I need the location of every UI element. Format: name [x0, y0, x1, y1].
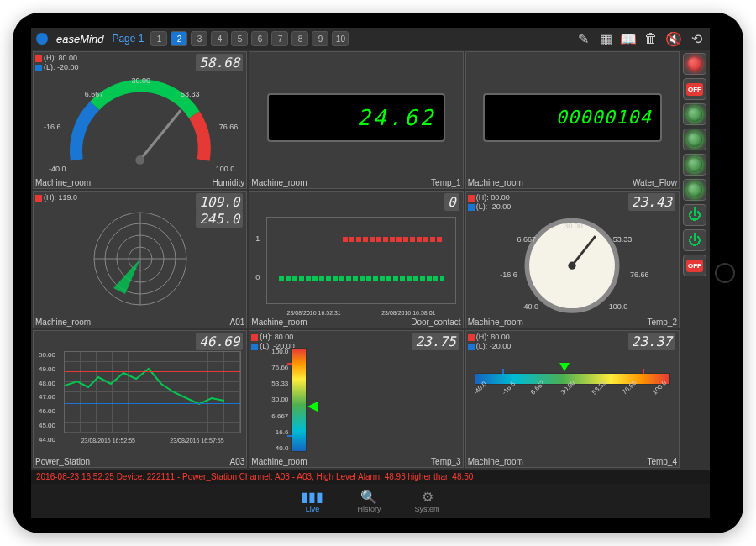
panel-a03-trend[interactable]: 46.69 50.0049.00 48.0047.00 46.0045.00 4…: [33, 330, 247, 468]
off-button-2[interactable]: OFF: [683, 255, 706, 276]
panel-channel: Humidity: [212, 178, 244, 187]
panel-temp3-vbar[interactable]: (H): 80.00 (L): -20.00 23.75 100.076.66 …: [249, 330, 463, 468]
status-dot: [36, 33, 48, 45]
grid-icon[interactable]: ▦: [597, 31, 614, 46]
segment-display: 24.62: [267, 93, 446, 142]
page-2[interactable]: 2: [171, 31, 187, 46]
panel-door-contact[interactable]: 0 1 0 23/08/2016 16:52:31 23/08/2016 16:…: [249, 191, 463, 328]
page-5[interactable]: 5: [231, 31, 248, 46]
panel-temp2-gauge[interactable]: (H): 80.00 (L): -20.00 23.43 -40.0 -16.6…: [465, 191, 680, 328]
app-logo: easeMind: [56, 33, 103, 45]
status-led-3[interactable]: [683, 154, 706, 176]
vertical-bar: [291, 348, 307, 452]
panel-humidity-gauge[interactable]: (H): 80.00 (L): -20.00 58.68 -40.0 -16.6…: [33, 51, 247, 189]
page-4[interactable]: 4: [211, 31, 228, 46]
home-button[interactable]: [715, 263, 735, 283]
svg-line-0: [140, 110, 181, 160]
status-led-2[interactable]: [683, 129, 706, 150]
refresh-icon[interactable]: ⟲: [688, 31, 705, 46]
nav-history[interactable]: 🔍History: [357, 489, 381, 513]
page-7[interactable]: 7: [271, 31, 288, 46]
page-10[interactable]: 10: [332, 31, 349, 46]
page-3[interactable]: 3: [191, 31, 207, 46]
panel-a01-radar[interactable]: (H): 119.0 109.0 245.0 Machine_roomA01: [33, 191, 247, 328]
bottom-nav: ▮▮▮Live 🔍History ⚙System: [31, 484, 710, 518]
hbar-marker: [559, 363, 570, 371]
off-button-1[interactable]: OFF: [683, 78, 706, 100]
right-sidebar: OFF ⏻ ⏻ OFF: [681, 51, 708, 468]
tablet-frame: easeMind Page 1 1 2 3 4 5 6 7 8 9 10 ✎ ▦…: [13, 13, 743, 533]
page-6[interactable]: 6: [251, 31, 268, 46]
panel-waterflow-counter[interactable]: 00000104 Machine_roomWater_Flow: [465, 51, 680, 189]
page-8[interactable]: 8: [291, 31, 308, 46]
content-area: (H): 80.00 (L): -20.00 58.68 -40.0 -16.6…: [31, 50, 710, 470]
svg-point-10: [569, 262, 576, 270]
gear-icon: ⚙: [422, 489, 433, 505]
power-button-1[interactable]: ⏻: [683, 204, 706, 226]
page-label[interactable]: Page 1: [112, 33, 144, 45]
screen: easeMind Page 1 1 2 3 4 5 6 7 8 9 10 ✎ ▦…: [31, 28, 710, 518]
counter-display: 00000104: [483, 93, 662, 142]
power-button-2[interactable]: ⏻: [683, 229, 706, 251]
top-bar: easeMind Page 1 1 2 3 4 5 6 7 8 9 10 ✎ ▦…: [31, 28, 710, 50]
alarm-led-button[interactable]: [683, 53, 706, 75]
status-led-1[interactable]: [683, 103, 706, 125]
alarm-ticker[interactable]: 2016-08-23 16:52:25 Device: 222111 - Pow…: [31, 470, 710, 484]
panel-temp1-display[interactable]: 24.62 Machine_roomTemp_1: [249, 51, 463, 189]
search-icon: 🔍: [360, 489, 377, 505]
panel-temp4-hbar[interactable]: (H): 80.00 (L): -20.00 23.37 -40.0-16.6 …: [465, 330, 680, 468]
door-chart: 1 0: [266, 217, 455, 304]
trend-chart: 50.0049.00 48.0047.00 46.0045.00 44.00 2…: [39, 351, 241, 444]
mute-icon[interactable]: 🔇: [665, 31, 682, 46]
page-1[interactable]: 1: [150, 31, 167, 46]
book-icon[interactable]: 📖: [620, 31, 637, 46]
bars-icon: ▮▮▮: [301, 489, 323, 505]
svg-point-1: [135, 155, 144, 165]
edit-icon[interactable]: ✎: [575, 31, 591, 46]
panel-grid: (H): 80.00 (L): -20.00 58.68 -40.0 -16.6…: [33, 51, 680, 468]
panel-location: Machine_room: [35, 178, 91, 187]
page-9[interactable]: 9: [312, 31, 328, 46]
trash-icon[interactable]: 🗑: [643, 31, 659, 46]
status-led-4[interactable]: [683, 179, 706, 201]
radar-plot: [90, 208, 191, 309]
nav-live[interactable]: ▮▮▮Live: [301, 489, 323, 513]
nav-system[interactable]: ⚙System: [415, 489, 440, 513]
